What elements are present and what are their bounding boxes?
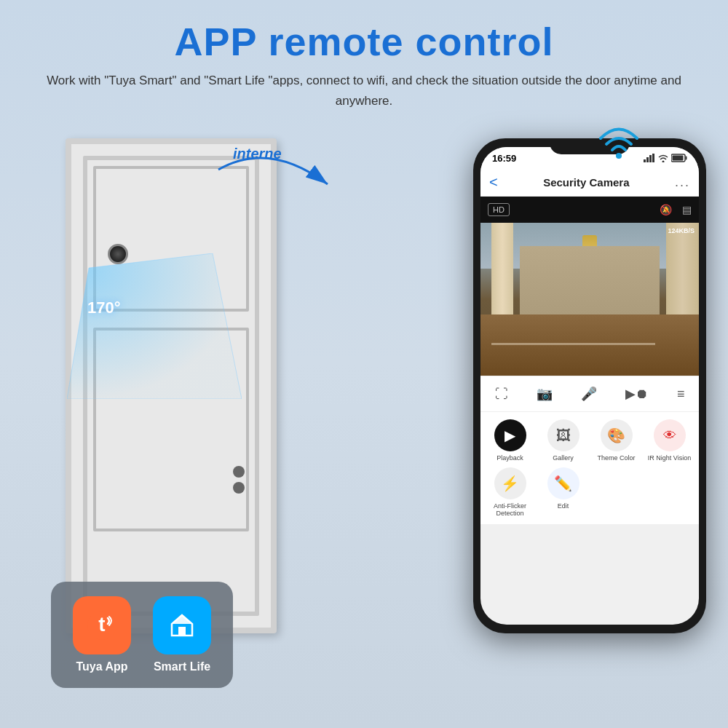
- theme-icon: 🎨: [601, 419, 633, 451]
- signal-icon: [644, 154, 655, 162]
- camera-control-icons: 🔕 ▤: [660, 204, 692, 215]
- porch-scene: [480, 223, 699, 376]
- bottom-apps: t Tuya App Smart Life: [51, 582, 233, 688]
- svg-rect-9: [686, 157, 687, 160]
- ir-icon: 👁: [654, 419, 686, 451]
- smartlife-logo: [166, 609, 198, 641]
- tuya-logo: t: [86, 609, 118, 641]
- record-icon[interactable]: ▶⏺: [625, 386, 649, 402]
- smartlife-app-box: Smart Life: [153, 596, 211, 673]
- arrow-area: interne: [211, 146, 342, 216]
- page-subtitle: Work with "Tuya Smart" and "Smart Life "…: [29, 71, 699, 110]
- phone-body: 16:59: [473, 138, 706, 633]
- door-knob-bottom: [233, 482, 245, 494]
- screenshot-icon[interactable]: 📷: [537, 386, 553, 402]
- phone-container: 16:59: [466, 138, 713, 662]
- railing: [491, 343, 655, 345]
- camera-feed: 124KB/S: [480, 223, 699, 376]
- anti-icon: ⚡: [494, 467, 526, 499]
- back-button[interactable]: <: [489, 174, 498, 191]
- playback-icon: ▶: [494, 419, 526, 451]
- grid-item-edit[interactable]: ✏️ Edit: [539, 467, 587, 517]
- tuya-app-label: Tuya App: [76, 660, 127, 673]
- more-button[interactable]: ...: [675, 175, 690, 190]
- svg-point-2: [616, 153, 622, 159]
- svg-rect-5: [649, 155, 652, 162]
- grid-item-theme[interactable]: 🎨 Theme Color: [593, 419, 640, 462]
- porch-floor: [480, 314, 699, 376]
- svg-point-7: [662, 161, 665, 163]
- theme-label: Theme Color: [597, 454, 635, 462]
- svg-text:t: t: [98, 613, 105, 636]
- smartlife-app-label: Smart Life: [154, 660, 210, 673]
- svg-rect-3: [644, 159, 646, 162]
- svg-rect-10: [673, 156, 684, 161]
- wifi-status-icon: [658, 154, 668, 162]
- phone-screen: 16:59: [480, 147, 699, 625]
- layout-icon[interactable]: ▤: [682, 204, 692, 215]
- app-grid: ▶ Playback 🖼 Gallery 🎨 Theme Color: [480, 412, 699, 524]
- page-title: APP remote control: [29, 20, 699, 63]
- header: APP remote control Work with "Tuya Smart…: [0, 0, 728, 119]
- gallery-icon: 🖼: [547, 419, 579, 451]
- svg-rect-4: [646, 157, 649, 162]
- fov-cone: [67, 253, 242, 399]
- camera-controls-bar: HD 🔕 ▤: [480, 197, 699, 223]
- grid-item-playback[interactable]: ▶ Playback: [486, 419, 534, 462]
- mic-icon[interactable]: 🎤: [581, 386, 597, 402]
- smartlife-app-icon: [153, 596, 211, 654]
- menu-icon[interactable]: ≡: [677, 387, 685, 402]
- mute-icon[interactable]: 🔕: [660, 204, 672, 215]
- svg-rect-16: [178, 627, 186, 636]
- camera-device: [108, 244, 128, 264]
- fullscreen-icon[interactable]: ⛶: [495, 387, 508, 402]
- status-time: 16:59: [492, 153, 516, 164]
- edit-icon: ✏️: [547, 467, 579, 499]
- fov-label: 170°: [87, 298, 121, 317]
- grid-item-anti[interactable]: ⚡ Anti-Flicker Detection: [486, 467, 534, 517]
- tuya-app-icon: t: [73, 596, 131, 654]
- hd-badge[interactable]: HD: [488, 203, 510, 216]
- grid-item-ir[interactable]: 👁 IR Night Vision: [646, 419, 693, 462]
- door-knob-top: [233, 466, 245, 478]
- control-row: ⛶ 📷 🎤 ▶⏺ ≡: [480, 376, 699, 412]
- speed-badge: 124KB/S: [668, 227, 695, 234]
- ir-label: IR Night Vision: [648, 454, 691, 462]
- battery-icon: [671, 154, 687, 162]
- tuya-app-box: t Tuya App: [73, 596, 131, 673]
- grid-item-gallery[interactable]: 🖼 Gallery: [539, 419, 587, 462]
- status-icons: [644, 154, 687, 162]
- app-header: < Security Camera ...: [480, 169, 699, 197]
- anti-label: Anti-Flicker Detection: [486, 502, 534, 517]
- wifi-icon: [597, 124, 641, 163]
- gallery-label: Gallery: [553, 454, 574, 462]
- playback-label: Playback: [496, 454, 523, 462]
- page: APP remote control Work with "Tuya Smart…: [0, 0, 728, 728]
- svg-rect-6: [652, 154, 654, 162]
- app-title: Security Camera: [543, 176, 629, 189]
- svg-marker-0: [67, 253, 242, 399]
- edit-label: Edit: [558, 502, 569, 510]
